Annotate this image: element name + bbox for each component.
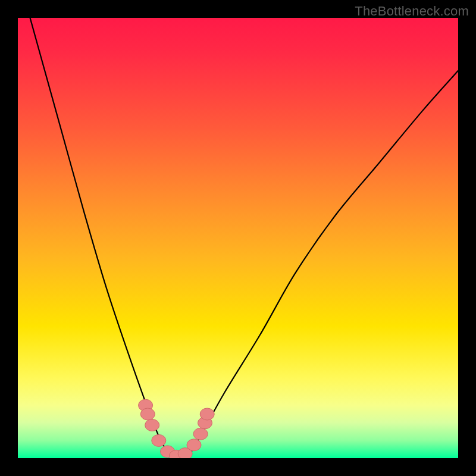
curve-markers (139, 399, 215, 458)
plot-area (18, 18, 458, 458)
chart-frame: TheBottleneck.com (0, 0, 476, 476)
curve-layer (18, 18, 458, 458)
bottleneck-curve (18, 18, 458, 458)
curve-marker (193, 428, 208, 440)
curve-marker (200, 408, 214, 420)
watermark-text: TheBottleneck.com (355, 4, 469, 19)
curve-marker (145, 419, 159, 431)
curve-marker (140, 408, 155, 420)
curve-marker (152, 434, 166, 446)
curve-marker (187, 439, 201, 451)
